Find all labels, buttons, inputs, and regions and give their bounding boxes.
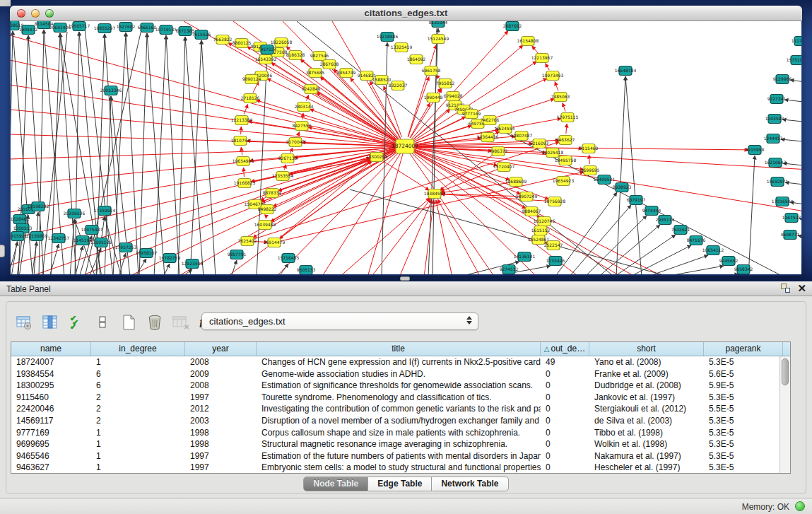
table-panel-titlebar[interactable]: Table Panel ✕ [0,281,812,296]
table-cell[interactable]: 2 [91,403,185,415]
table-cell[interactable]: 0 [541,403,589,415]
delete-rows-icon[interactable] [144,312,165,333]
table-cell[interactable]: 5.3E-5 [704,450,783,462]
table-cell[interactable]: 0 [541,427,589,439]
graph-edge[interactable] [113,33,126,274]
column-header-short[interactable]: short [589,342,704,356]
graph-edge[interactable] [139,33,147,274]
table-cell[interactable]: Yano et al. (2008) [589,356,704,368]
graph-edge[interactable] [34,212,38,274]
column-header-title[interactable]: title [257,342,541,356]
table-cell[interactable]: 1 [91,427,185,439]
table-cell[interactable]: 6 [91,380,185,392]
table-cell[interactable]: 2003 [185,415,257,427]
table-cell[interactable]: 1998 [185,427,257,439]
table-vertical-scrollbar[interactable] [779,356,790,473]
table-row[interactable]: 1456911722003Disruption of a novel membe… [11,415,790,427]
graph-edge[interactable] [625,76,642,274]
graph-edge[interactable] [661,266,724,274]
graph-edge[interactable] [440,169,498,191]
table-cell[interactable]: 5.5E-5 [704,403,783,415]
graph-edge[interactable] [302,113,303,119]
table-row[interactable]: 946362711997Embryonic stem cells: a mode… [11,462,790,474]
graph-edge[interactable] [437,199,481,274]
table-cell[interactable]: Tourette syndrome. Phenomenology and cla… [257,392,541,404]
table-cell[interactable]: 1 [91,462,185,474]
table-cell[interactable]: 14569117 [11,415,91,427]
table-cell[interactable]: 9463627 [11,462,91,474]
table-cell[interactable]: 5.3E-5 [704,427,783,439]
graph-edge[interactable] [566,124,567,134]
table-cell[interactable]: Jankovic et al. (1997) [589,392,704,404]
tab-edge-table[interactable]: Edge Table [368,477,432,491]
graph-edge[interactable] [555,81,558,90]
table-cell[interactable]: 5.6E-5 [704,368,783,380]
table-cell[interactable]: Corpus callosum shape and size in male p… [257,427,541,439]
table-cell[interactable]: 9699695 [11,438,91,450]
graph-edge[interactable] [231,260,237,274]
graph-edge[interactable] [382,160,430,190]
select-all-rows-icon[interactable]: ✔✔✔ [66,312,87,333]
show-columns-icon[interactable] [40,312,61,333]
close-icon[interactable]: ✕ [797,284,806,293]
table-cell[interactable]: 1 [91,356,185,368]
table-cell[interactable]: 2 [91,392,185,404]
table-cell[interactable]: 2008 [185,356,257,368]
column-header-year[interactable]: year [185,342,257,356]
table-cell[interactable]: 0 [541,368,589,380]
graph-edge[interactable] [782,119,801,122]
table-row[interactable]: 969969511998Structural magnetic resonanc… [11,438,790,450]
table-cell[interactable]: 5.9E-5 [704,380,783,392]
graph-edge[interactable] [790,80,801,83]
table-cell[interactable]: 0 [541,438,589,450]
table-cell[interactable]: Franke et al. (2009) [589,368,704,380]
table-cell[interactable]: 22420046 [11,403,91,415]
graph-edge[interactable] [241,147,242,155]
table-cell[interactable]: Investigating the contribution of common… [257,403,541,415]
table-cell[interactable]: Hescheler et al. (1997) [589,462,704,474]
table-row[interactable]: 911546021997Tourette syndrome. Phenomeno… [11,392,790,404]
table-row[interactable]: 977716911998Corpus callosum shape and si… [11,427,790,439]
citation-network-graph[interactable]: 7663822886012589129541822605898275081654… [11,21,801,274]
table-cell[interactable]: 2 [91,415,185,427]
table-cell[interactable]: 0 [541,392,589,404]
table-cell[interactable]: 2012 [185,403,257,415]
graph-edge[interactable] [371,199,431,274]
table-cell[interactable]: 2008 [185,380,257,392]
memory-ok-indicator-icon[interactable] [795,501,805,511]
table-cell[interactable]: 0 [541,462,589,474]
graph-edge[interactable] [166,35,180,274]
new-table-icon[interactable] [118,312,139,333]
table-cell[interactable]: Structural magnetic resonance image aver… [257,438,541,450]
graph-edge[interactable] [405,146,495,274]
table-cell[interactable]: Dudbridge et al. (2008) [589,380,704,392]
table-cell[interactable]: 1 [91,438,185,450]
table-cell[interactable]: Nakamura et al. (1997) [589,450,704,462]
column-header-pagerank[interactable]: pagerank [704,342,783,356]
graph-edge[interactable] [413,110,450,140]
graph-edge[interactable] [271,63,396,141]
column-header-in_degree[interactable]: in_degree [91,342,185,356]
table-cell[interactable]: 6 [91,368,185,380]
table-cell[interactable]: 1997 [185,450,257,462]
table-cell[interactable]: 19384554 [11,368,91,380]
graph-edge[interactable] [546,64,550,71]
column-header-name[interactable]: name [11,342,91,356]
split-pane-grip[interactable] [400,276,410,281]
network-window[interactable]: citations_edges.txt 76638228860125891295… [10,6,802,276]
graph-edge[interactable] [350,189,671,274]
panel-edge-tab[interactable] [0,245,5,257]
table-cell[interactable]: Estimation of significance thresholds fo… [257,380,541,392]
table-cell[interactable]: Disruption of a novel member of a sodium… [257,415,541,427]
table-cell[interactable]: 18724007 [11,356,91,368]
table-cell[interactable]: 5.3E-5 [704,462,783,474]
table-cell[interactable]: 1997 [185,462,257,474]
graph-edge[interactable] [226,146,405,274]
table-cell[interactable]: Genome-wide association studies in ADHD. [257,368,541,380]
graph-edge[interactable] [266,216,266,218]
tab-node-table[interactable]: Node Table [303,477,368,491]
table-cell[interactable]: 5.3E-5 [704,392,783,404]
graph-edge[interactable] [244,104,248,114]
graph-edge[interactable] [532,46,538,53]
table-row[interactable]: 2242004622012Investigating the contribut… [11,403,790,415]
